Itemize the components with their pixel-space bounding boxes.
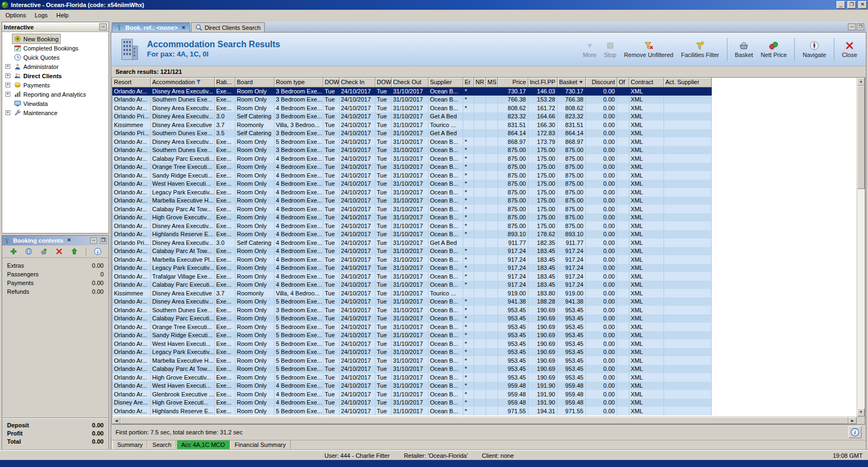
table-row[interactable]: Orlando Ar...Calabay Parc At Tow...Exe..… — [112, 247, 711, 256]
booking-content-row[interactable]: Extras0.00 — [7, 261, 104, 270]
maximize-button[interactable]: ❐ — [847, 1, 856, 9]
table-row[interactable]: Orlando Ar...Calabay Parc Executi...Exe.… — [112, 314, 711, 323]
close-window-button[interactable]: ✕ — [858, 1, 867, 9]
column-header-of[interactable]: Of — [617, 78, 629, 87]
menu-help[interactable]: Help — [52, 11, 73, 20]
column-header-discount[interactable]: Discount — [585, 78, 617, 87]
tab-book-ref-none[interactable]: Book. ref.: <none>✕ — [112, 22, 190, 32]
bottom-tab-summary[interactable]: Summary — [112, 440, 148, 450]
scroll-left-icon[interactable]: ◀ — [112, 417, 120, 424]
table-row[interactable]: Orlando Ar...Marbella Executive Pl...Exe… — [112, 255, 711, 264]
column-header-room-type[interactable]: Room type — [274, 78, 323, 87]
column-header-nr[interactable]: NR — [474, 78, 486, 87]
table-row[interactable]: Orlando Ar...Marbella Executive H...Exe.… — [112, 356, 711, 365]
booking-panel-minimize-icon[interactable]: ─ — [90, 237, 97, 244]
column-header-price[interactable]: Price — [497, 78, 528, 87]
table-row[interactable]: Orlando Ar...Calabay Parc At Tow...Exe..… — [112, 205, 711, 213]
delete-button[interactable] — [54, 247, 64, 256]
scroll-right-icon[interactable]: ▶ — [848, 417, 857, 424]
table-row[interactable]: Orlando Ar...Orange Tree Executi...Exe..… — [112, 323, 711, 331]
table-row[interactable]: Orlando Ar...Orange Tree Executi...Exe..… — [112, 163, 711, 172]
basket-button[interactable]: Basket — [733, 40, 756, 59]
menu-logs[interactable]: Logs — [30, 11, 52, 20]
navigate-button[interactable]: Navigate — [800, 40, 828, 59]
table-row[interactable]: Orlando Ar...Legacy Park Executiv...Exe.… — [112, 188, 711, 197]
table-row[interactable]: Orlando Ar...Southern Dunes Exe...Exe...… — [112, 306, 711, 314]
expand-icon[interactable]: + — [5, 110, 10, 115]
booking-content-row[interactable]: Payments0.00 — [7, 279, 104, 287]
table-row[interactable]: Orlando Ar...Highlands Reserve E...Exe..… — [112, 407, 711, 415]
column-header-er[interactable]: Er — [463, 78, 474, 87]
table-row[interactable]: Orlando Ar...Marbella Executive H...Exe.… — [112, 197, 711, 205]
horizontal-scrollbar[interactable]: ◀ ▶ — [112, 416, 857, 424]
vertical-scrollbar[interactable]: ▲ ▼ — [857, 78, 865, 416]
column-header-ms[interactable]: MS — [486, 78, 497, 87]
column-header-supplier[interactable]: Supplier — [428, 78, 463, 87]
sidebar-item-direct-clients[interactable]: +Direct Clients — [2, 71, 108, 80]
table-row[interactable]: Orlando Ar...West Haven Executi...Exe...… — [112, 339, 711, 348]
facilities-filter-button[interactable]: Facilities Filter — [679, 40, 721, 59]
table-row[interactable]: Orlando Ar...Calabay Parc Executi...Exe.… — [112, 154, 711, 163]
expand-icon[interactable]: + — [5, 64, 10, 69]
sidebar-item-maintenance[interactable]: +Maintenance — [2, 108, 108, 117]
column-header-check-out[interactable]: Check Out — [391, 78, 428, 87]
table-row[interactable]: Orlando Pri...Disney Area Executiv...3.0… — [112, 238, 711, 247]
table-row[interactable]: Orlando Ar...Glenbrook Executive ...Exe.… — [112, 390, 711, 399]
collapse-panel-icon[interactable]: ─ — [99, 23, 107, 30]
table-row[interactable]: Orlando Ar...Trafalgar Village Exe...Exe… — [112, 272, 711, 281]
table-row[interactable]: Orlando Ar...High Grove Executiv...Exe..… — [112, 213, 711, 222]
add-button[interactable] — [9, 247, 18, 256]
scroll-down-icon[interactable]: ▼ — [857, 408, 865, 416]
tab-direct-clients-search[interactable]: Direct Clients Search — [191, 22, 265, 32]
info-button[interactable]: i — [93, 247, 103, 256]
mdi-restore-icon[interactable]: ❐ — [857, 23, 864, 30]
sidebar-item-administrator[interactable]: +Administrator — [2, 62, 108, 71]
table-row[interactable]: Orlando Pri...Southern Dunes Exe...3.5Se… — [112, 129, 711, 138]
mdi-minimize-icon[interactable]: ─ — [848, 23, 856, 30]
table-row[interactable]: Orlando Ar...Disney Area Executiv...Exe.… — [112, 137, 711, 146]
sidebar-item-quick-quotes[interactable]: Quick Quotes — [2, 53, 108, 62]
sidebar-item-viewdata[interactable]: Viewdata — [2, 99, 108, 108]
column-header-board[interactable]: Board — [235, 78, 274, 87]
expand-icon[interactable]: + — [5, 73, 10, 78]
table-row[interactable]: Orlando Ar...Calabay Parc Executi...Exe.… — [112, 281, 711, 289]
table-row[interactable]: Orlando Ar...Disney Area Executiv...Exe.… — [112, 104, 711, 112]
table-row[interactable]: Orlando Ar...Sandy Ridge Executi...Exe..… — [112, 171, 711, 180]
minimize-button[interactable]: _ — [837, 1, 845, 9]
bottom-tab-acc-4a-1c-mco[interactable]: Acc 4A,1C MCO — [176, 440, 230, 450]
table-row[interactable]: Orlando Ar...Disney Area Executiv...Exe.… — [112, 87, 711, 96]
table-row[interactable]: Orlando Ar...Disney Area Executiv...Exe.… — [112, 298, 711, 306]
sidebar-item-new-booking[interactable]: New Booking — [2, 34, 108, 43]
column-header-resort[interactable]: Resort — [112, 78, 150, 87]
close-booking-panel-icon[interactable]: ✕ — [66, 237, 73, 244]
column-header-dow[interactable]: DOW — [375, 78, 391, 87]
table-row[interactable]: Orlando Ar...Legacy Park Executiv...Exe.… — [112, 264, 711, 273]
booking-panel-restore-icon[interactable]: ❐ — [100, 237, 107, 244]
table-row[interactable]: Orlando Ar...High Grove Executiv...Exe..… — [112, 373, 711, 382]
close-tab-icon[interactable]: ✕ — [182, 25, 186, 30]
globe-button[interactable] — [24, 247, 34, 256]
table-row[interactable]: Orlando Ar...Disney Area Executiv...Exe.… — [112, 222, 711, 230]
sidebar-item-reporting-and-analytics[interactable]: +Reporting and Analytics — [2, 90, 108, 99]
column-header-incl-fl-pp[interactable]: Incl.Fl.PP — [528, 78, 557, 87]
column-header-act-supplier[interactable]: Act. Supplier — [663, 78, 711, 87]
table-row[interactable]: KissimmeeDisney Area Executive3.7Roomonl… — [112, 121, 711, 129]
table-row[interactable]: Orlando Ar...Southern Dunes Exe...Exe...… — [112, 96, 711, 104]
stop-button[interactable]: Stop — [602, 40, 618, 59]
bottom-tab-search[interactable]: Search — [148, 440, 176, 450]
vscroll-thumb[interactable] — [857, 86, 865, 189]
hscroll-thumb[interactable] — [120, 417, 848, 424]
table-row[interactable]: Orlando Ar...Legacy Park Executiv...Exe.… — [112, 348, 711, 357]
table-row[interactable]: Orlando Ar...Sandy Ridge Executi...Exe..… — [112, 331, 711, 340]
promote-button[interactable] — [69, 247, 79, 256]
sidebar-item-completed-bookings[interactable]: Completed Bookings — [2, 43, 108, 53]
column-header-dow[interactable]: DOW — [323, 78, 339, 87]
table-row[interactable]: Orlando Ar...Southern Dunes Exe...Exe...… — [112, 146, 711, 155]
more-button[interactable]: More — [580, 40, 598, 59]
column-header-rati[interactable]: Rati... — [214, 78, 235, 87]
column-header-contract[interactable]: Contract — [629, 78, 663, 87]
booking-content-row[interactable]: Passengers0 — [7, 270, 104, 279]
scroll-up-icon[interactable]: ▲ — [857, 78, 865, 86]
table-row[interactable]: Orlando Ar...Calabay Parc At Tow...Exe..… — [112, 365, 711, 374]
table-row[interactable]: Disney Are...High Grove Executi...Exe...… — [112, 399, 711, 407]
